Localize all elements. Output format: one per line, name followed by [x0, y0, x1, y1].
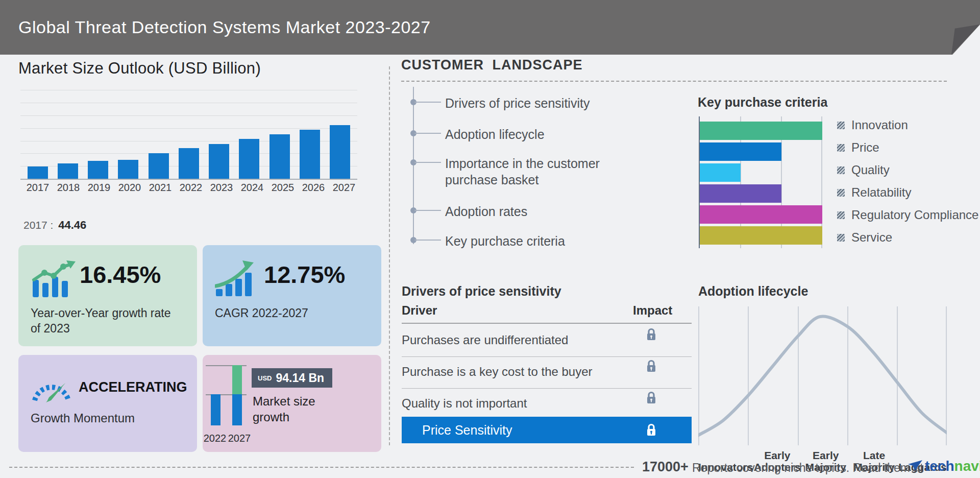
momentum-value: ACCELERATING	[79, 379, 187, 395]
column-divider	[389, 66, 390, 445]
logo-text-navio: navio	[954, 458, 980, 474]
bullet-connector	[414, 102, 441, 103]
footer-message: Reports covering niche topics. Read them…	[692, 461, 923, 475]
cagr-value: 12.75%	[264, 260, 345, 289]
kpc-bar-service	[700, 226, 822, 245]
bell-curve	[698, 306, 947, 445]
momentum-label: Growth Momentum	[31, 410, 184, 426]
yoy-label: Year-over-Year growth rate of 2023	[31, 305, 184, 337]
market-growth-badge: USD 94.14 Bn	[252, 368, 332, 388]
market-size-chart-bars	[20, 90, 357, 179]
market-bar-2022	[179, 148, 199, 179]
market-bar-2018	[58, 163, 78, 179]
bar-chart-trend-icon	[31, 259, 76, 300]
cagr-card: 12.75% CAGR 2022-2027	[203, 245, 381, 346]
table-row: Purchase is a key cost to the buyer	[402, 365, 593, 379]
landscape-item-purchase-basket: Importance in the customer purchase bask…	[445, 155, 603, 188]
x-tick-label: 2020	[114, 182, 145, 194]
landscape-item-price-sensitivity: Drivers of price sensitivity	[445, 95, 619, 111]
legend-label: Relatability	[851, 185, 911, 200]
table-row: Purchases are undifferentiated	[402, 333, 568, 347]
footer-divider	[9, 467, 634, 468]
kpc-bar-price	[700, 142, 781, 161]
market-bar-2025	[270, 134, 290, 179]
infographic-canvas: Global Threat Detection Systems Market 2…	[0, 0, 980, 478]
legend-label: Innovation	[851, 118, 908, 132]
landscape-item-key-purchase-criteria: Key purchase criteria	[445, 233, 619, 249]
market-bar-2017	[28, 166, 48, 179]
logo-text-tech: tech	[925, 458, 954, 474]
market-size-growth-card: 2022 2027 USD 94.14 Bn Market size growt…	[203, 355, 381, 452]
x-tick-label: 2025	[267, 182, 298, 194]
lock-icon	[645, 390, 657, 408]
technavio-arrow-icon	[908, 460, 923, 473]
growth-year-start: 2022	[203, 433, 227, 444]
legend-label: Quality	[851, 163, 890, 177]
x-tick-label: 2023	[206, 182, 237, 194]
header-bar: Global Threat Detection Systems Market 2…	[0, 0, 980, 55]
callout-value: 44.46	[58, 219, 86, 231]
x-tick-label: 2021	[145, 182, 176, 194]
x-tick-label: 2024	[237, 182, 267, 194]
legend-item: Quality	[837, 162, 890, 178]
adoption-lifecycle-title: Adoption lifecycle	[698, 284, 808, 299]
table-row: Quality is not important	[402, 396, 527, 411]
bullet-connector	[414, 133, 441, 134]
badge-currency: USD	[258, 374, 272, 382]
x-tick-label: 2026	[298, 182, 329, 194]
column-header-driver: Driver	[402, 303, 437, 318]
page-title: Global Threat Detection Systems Market 2…	[18, 0, 431, 55]
legend-label: Service	[851, 230, 892, 245]
lock-icon	[645, 422, 657, 440]
growth-bar-2027-increment	[232, 365, 242, 394]
column-header-impact: Impact	[633, 303, 672, 318]
callout-sep: :	[51, 219, 54, 231]
market-size-2017-callout: 2017 : 44.46	[23, 219, 86, 232]
legend-item: Relatability	[837, 185, 911, 200]
market-bar-2027	[330, 125, 350, 179]
kpc-bar-relatability	[700, 184, 781, 203]
x-tick-label: 2019	[84, 182, 114, 194]
market-growth-label: Market size growth	[253, 394, 334, 425]
corner-cut	[952, 25, 980, 55]
lock-icon	[645, 358, 657, 376]
market-bar-2019	[88, 161, 108, 179]
bullet-connector	[414, 210, 441, 211]
key-purchase-criteria-chart	[699, 116, 822, 248]
drivers-table-title: Drivers of price sensitivity	[402, 284, 561, 299]
rising-bars-arrow-icon	[215, 259, 259, 299]
table-header-underline	[402, 323, 692, 324]
row-separator	[402, 388, 692, 389]
landscape-connector-line	[413, 87, 414, 244]
price-sensitivity-highlight-row: Price Sensitivity	[402, 417, 692, 443]
lock-icon	[645, 327, 657, 344]
x-tick-label: 2027	[329, 182, 359, 194]
hatched-square-icon	[837, 211, 845, 219]
legend-item: Price	[837, 140, 879, 155]
highlight-label: Price Sensitivity	[422, 417, 512, 443]
technavio-logo[interactable]: tech navio ™	[908, 458, 980, 474]
yoy-growth-card: 16.45% Year-over-Year growth rate of 202…	[18, 245, 197, 346]
landscape-item-adoption-rates: Adoption rates	[445, 203, 619, 220]
legend-item: Service	[837, 230, 892, 245]
report-count: 17000+	[642, 459, 689, 475]
market-size-outlook-title: Market Size Outlook (USD Billion)	[18, 59, 261, 78]
callout-year: 2017	[23, 219, 47, 231]
customer-landscape-title: CUSTOMER LANDSCAPE	[401, 57, 583, 73]
landscape-item-adoption-lifecycle: Adoption lifecycle	[445, 126, 619, 142]
yoy-value: 16.45%	[80, 260, 161, 289]
x-tick-label: 2022	[176, 182, 206, 194]
kpc-bar-regulatory-compliance	[700, 205, 822, 224]
kpc-bar-quality	[700, 163, 741, 182]
growth-bar-2027-base	[232, 394, 242, 425]
customer-landscape-underline	[401, 81, 947, 82]
growth-bar-2022	[211, 394, 220, 425]
x-tick-label: 2018	[53, 182, 84, 194]
hatched-square-icon	[837, 234, 845, 242]
market-size-chart	[20, 90, 357, 180]
x-tick-label: 2017	[22, 182, 53, 194]
hatched-square-icon	[837, 122, 845, 129]
adoption-lifecycle-chart	[698, 306, 947, 445]
hatched-square-icon	[837, 144, 845, 152]
bullet-connector	[414, 240, 441, 241]
